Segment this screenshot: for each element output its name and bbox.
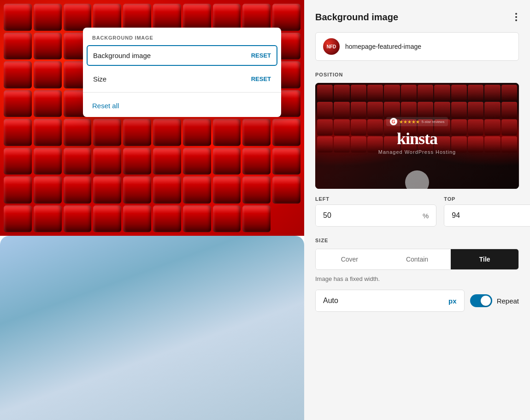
left-input[interactable] (316, 205, 423, 226)
cylinder (34, 176, 62, 204)
cylinder (4, 205, 32, 233)
image-thumbnail: NFD (323, 38, 340, 55)
image-name: homepage-featured-image (345, 43, 421, 50)
kinsta-badge: G ★★★★★ 5-star reviews (386, 117, 448, 126)
cylinder (272, 4, 300, 31)
position-preview[interactable]: G ★★★★★ 5-star reviews kinsta Managed Wo… (315, 83, 519, 189)
cylinder (213, 148, 241, 175)
cylinder (4, 61, 32, 88)
k-cyl (317, 119, 333, 135)
kinsta-title: kinsta (378, 129, 456, 148)
right-panel: Background image NFD homepage-featured-i… (304, 0, 530, 420)
width-input[interactable] (316, 290, 448, 311)
cylinder (153, 4, 181, 31)
cylinder (183, 205, 211, 233)
cylinder (93, 4, 121, 31)
cylinder (93, 119, 121, 146)
k-cyl (317, 102, 333, 118)
repeat-toggle[interactable] (470, 294, 492, 307)
k-cyl (401, 85, 417, 101)
k-cyl (401, 102, 417, 118)
position-inputs: LEFT % TOP % (315, 196, 519, 227)
tile-option[interactable]: Tile (451, 249, 518, 269)
k-cyl (317, 136, 333, 152)
cylinder (123, 148, 151, 175)
k-cyl (451, 85, 467, 101)
review-text: 5-star reviews (422, 120, 445, 124)
k-cyl (351, 102, 366, 118)
cylinder (242, 205, 271, 233)
left-label: LEFT (315, 196, 436, 202)
kinsta-subtitle: Managed WordPress Hosting (378, 149, 456, 155)
cylinder (153, 205, 181, 233)
cylinder (242, 4, 271, 31)
cover-option[interactable]: Cover (316, 249, 383, 269)
k-cyl (484, 119, 500, 135)
more-options-button[interactable] (513, 11, 519, 23)
reset-all-button[interactable]: Reset all (83, 94, 281, 117)
cylinder (123, 119, 151, 146)
size-toggle: Cover Contain Tile (315, 249, 519, 270)
toggle-thumb (481, 296, 491, 306)
cylinder (242, 176, 271, 204)
cylinder (64, 148, 92, 175)
cylinder (34, 61, 62, 88)
kinsta-bg: G ★★★★★ 5-star reviews kinsta Managed Wo… (315, 83, 519, 189)
cylinder (183, 148, 211, 175)
cylinder (34, 205, 62, 233)
panel-title: Background image (315, 12, 398, 23)
dot-2 (515, 16, 517, 18)
size-reset-button[interactable]: RESET (251, 76, 271, 82)
k-cyl (334, 136, 349, 152)
k-cyl (501, 119, 517, 135)
k-cyl (484, 102, 500, 118)
cylinder (242, 119, 271, 146)
cylinder (4, 4, 32, 31)
cylinder (34, 119, 62, 146)
cylinder (123, 205, 151, 233)
cylinder (183, 119, 211, 146)
top-input[interactable] (444, 205, 530, 226)
top-input-wrapper: % (444, 204, 530, 227)
k-cyl (468, 85, 483, 101)
cylinder (183, 4, 211, 31)
left-input-wrapper: % (315, 204, 436, 227)
k-cyl (418, 102, 433, 118)
red-background: BACKGROUND IMAGE Background image RESET … (0, 0, 304, 236)
cylinder (213, 176, 241, 204)
k-cyl (367, 102, 383, 118)
k-cyl (367, 85, 383, 101)
cylinder (34, 4, 62, 31)
popup-divider (83, 92, 281, 93)
cylinder (64, 119, 92, 146)
k-cyl (434, 102, 450, 118)
image-selector[interactable]: NFD homepage-featured-image (315, 32, 519, 61)
cylinder (64, 205, 92, 233)
k-cyl (334, 119, 349, 135)
dot-1 (515, 13, 517, 15)
k-cyl (434, 85, 450, 101)
size-label: Size (93, 75, 106, 83)
background-image-label: Background image (93, 52, 151, 59)
cylinder (4, 90, 32, 117)
px-unit: px (448, 291, 464, 311)
cylinder (123, 176, 151, 204)
k-cyl (418, 85, 433, 101)
k-cyl (501, 102, 517, 118)
k-cyl (468, 136, 483, 152)
size-section-label: SIZE (315, 238, 519, 243)
width-input-wrapper: px (315, 290, 465, 312)
cylinder (34, 148, 62, 175)
size-hint: Image has a fixed width. (315, 275, 519, 282)
cylinder (213, 4, 241, 31)
repeat-toggle-row: Repeat (470, 294, 519, 307)
dot-3 (515, 19, 517, 21)
k-cyl (351, 85, 366, 101)
contain-option[interactable]: Contain (383, 249, 451, 269)
background-image-item[interactable]: Background image RESET (87, 45, 277, 66)
cylinder (34, 33, 62, 60)
top-label: TOP (444, 196, 530, 202)
k-cyl (468, 102, 483, 118)
background-image-reset-button[interactable]: RESET (251, 52, 271, 59)
size-item[interactable]: Size RESET (83, 68, 281, 90)
